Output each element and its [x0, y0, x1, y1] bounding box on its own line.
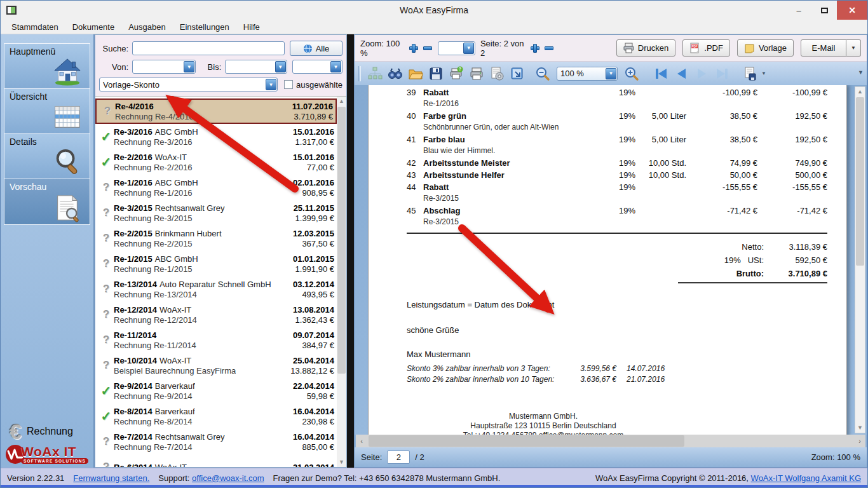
toolbar-grip[interactable]: [358, 66, 361, 81]
invoice-date: 09.07.2014: [293, 330, 334, 340]
line-total: 192,50 €: [757, 111, 827, 133]
application-window: WoAx EasyFirma – ✕ StammdatenDokumenteAu…: [0, 0, 868, 488]
invoice-list-item[interactable]: ✓Re-8/2014BarverkaufRechnung Re-8/201416…: [95, 403, 337, 429]
menu-item-dokumente[interactable]: Dokumente: [65, 21, 121, 33]
pdf-button[interactable]: PDF .PDF: [682, 39, 730, 57]
sidebar-item-hauptmen[interactable]: Hauptmenü: [4, 44, 90, 89]
selected-only-checkbox[interactable]: [284, 80, 293, 89]
scroll-up-icon[interactable]: ▲: [337, 97, 346, 106]
invoice-list-item[interactable]: ?Re-1/2015ABC GmbHRechnung Re-1/201501.0…: [95, 251, 337, 276]
open-icon[interactable]: [406, 65, 425, 83]
invoice-line-item: 44RabattRe-3/201519%-155,55 €-155,55 €: [407, 182, 827, 204]
sidebar-item-details[interactable]: Details: [4, 134, 90, 179]
viewer-zoom-dropdown[interactable]: 100 % ▼: [557, 67, 618, 81]
invoice-list-item[interactable]: ?Re-7/2014Rechtsanwalt GreyRechnung Re-7…: [95, 429, 337, 454]
globe-icon: [303, 44, 313, 53]
email-button[interactable]: E-Mail: [801, 39, 846, 57]
chevron-down-icon[interactable]: ▼: [606, 68, 616, 79]
invoice-date: 22.04.2014: [293, 381, 334, 391]
invoice-list-item[interactable]: ?Re-3/2015Rechtsanwalt GreyRechnung Re-3…: [95, 200, 337, 226]
quick-print-icon[interactable]: [467, 65, 486, 83]
support-email-link[interactable]: office@woax-it.com: [192, 473, 264, 483]
page-next-icon[interactable]: [530, 43, 540, 53]
menu-item-hilfe[interactable]: Hilfe: [236, 21, 267, 33]
invoice-id: Re-2/2016: [114, 152, 153, 162]
invoice-list-item[interactable]: ?Re-12/2014WoAx-ITRechnung Re-12/201413.…: [95, 302, 337, 327]
scroll-left-icon[interactable]: ‹: [356, 437, 367, 445]
bis-date-dropdown[interactable]: ▼: [225, 60, 287, 74]
filter-dropdown[interactable]: ▼: [292, 60, 342, 74]
sidebar-item-bersicht[interactable]: Übersicht: [4, 89, 90, 134]
copyright-link[interactable]: WoAx-IT Wolfgang Axamit KG: [751, 473, 861, 483]
chevron-down-icon[interactable]: ▼: [463, 43, 474, 54]
chevron-down-icon[interactable]: ▼: [330, 61, 341, 72]
open-question-icon: ?: [98, 308, 114, 321]
chevron-down-icon[interactable]: ▼: [275, 61, 286, 72]
print-dialog-icon[interactable]: ?: [447, 65, 466, 83]
invoice-list-item[interactable]: ?Re-6/2014WoAx-IT21.02.2014: [95, 454, 337, 467]
menu-item-einstellungen[interactable]: Einstellungen: [173, 21, 236, 33]
invoice-list-item[interactable]: ✓Re-2/2016WoAx-ITRechnung Re-2/201615.01…: [95, 149, 337, 175]
template-dropdown[interactable]: Vorlage-Skonto ▼: [99, 78, 278, 92]
invoice-list-item[interactable]: ✓Re-3/2016ABC GmbHRechnung Re-3/201615.0…: [95, 124, 337, 149]
von-date-dropdown[interactable]: ▼: [132, 60, 196, 74]
open-question-icon: ?: [98, 283, 114, 295]
find-icon[interactable]: [386, 65, 405, 83]
export-icon[interactable]: [740, 65, 759, 83]
preview-hscrollbar-thumb[interactable]: [369, 435, 684, 447]
chevron-down-icon[interactable]: ▼: [184, 61, 194, 72]
scroll-down-icon[interactable]: ▼: [337, 458, 346, 467]
save-icon[interactable]: [426, 65, 445, 83]
invoice-date: 16.04.2014: [293, 407, 334, 416]
first-page-icon[interactable]: [651, 65, 670, 83]
alle-button[interactable]: Alle: [290, 41, 342, 56]
invoice-list-item[interactable]: ?Re-13/2014Auto Reparatur Schnell GmbHRe…: [95, 276, 337, 302]
preview-scrollbar-thumb[interactable]: [856, 97, 864, 266]
scroll-down-icon[interactable]: ▼: [855, 423, 865, 433]
maximize-button[interactable]: [811, 1, 837, 20]
line-tax: 19%: [600, 170, 635, 180]
chevron-down-icon[interactable]: ▼: [266, 79, 276, 90]
panel-splitter[interactable]: [347, 34, 354, 468]
preview-scrollbar[interactable]: ▲ ▼: [855, 86, 865, 433]
remote-support-link[interactable]: Fernwartung starten.: [73, 473, 149, 483]
sidebar-item-vorschau[interactable]: Vorschau: [4, 179, 90, 224]
drucken-button[interactable]: Drucken: [616, 39, 675, 57]
line-quantity: [635, 205, 686, 227]
preview-hscrollbar[interactable]: ‹ ›: [356, 435, 865, 447]
vorlage-button[interactable]: Vorlage: [737, 39, 794, 57]
menu-item-stammdaten[interactable]: Stammdaten: [4, 21, 65, 33]
zoom-dropdown[interactable]: ▼: [438, 41, 475, 55]
zoom-increase-icon[interactable]: [409, 43, 419, 53]
invoice-list-item[interactable]: ✓Re-9/2014BarverkaufRechnung Re-9/201422…: [95, 378, 337, 403]
page-number-input[interactable]: 2: [387, 451, 410, 464]
scroll-right-icon[interactable]: ›: [854, 437, 865, 445]
scroll-up-icon[interactable]: ▲: [855, 87, 865, 97]
menu-item-ausgaben[interactable]: Ausgaben: [121, 21, 173, 33]
template-icon: [744, 43, 755, 53]
invoice-list-item[interactable]: ?Re-4/2016Rechnung Re-4/201611.07.20163.…: [95, 98, 337, 124]
minimize-button[interactable]: –: [786, 1, 811, 20]
toolbar-overflow-icon[interactable]: ▼: [858, 69, 864, 76]
scale-icon[interactable]: [508, 65, 527, 83]
page-setup-icon[interactable]: [487, 65, 506, 83]
search-input[interactable]: [132, 41, 285, 55]
list-scrollbar[interactable]: ▲ ▼: [337, 97, 346, 467]
invoice-list-item[interactable]: ?Re-10/2014WoAx-ITBeispiel Baurechnung E…: [95, 353, 337, 378]
list-scrollbar-thumb[interactable]: [337, 107, 346, 374]
zoom-decrease-icon[interactable]: [423, 43, 433, 53]
preview-icon: [53, 193, 82, 222]
zoom-out-icon[interactable]: [533, 65, 552, 83]
page-prev-icon[interactable]: [544, 43, 554, 53]
next-page-icon[interactable]: [692, 65, 711, 83]
last-page-icon[interactable]: [712, 65, 731, 83]
vorlage-button-label: Vorlage: [759, 43, 787, 53]
invoice-list-item[interactable]: ?Re-1/2016ABC GmbHRechnung Re-1/201602.0…: [95, 175, 337, 200]
close-button[interactable]: ✕: [837, 1, 867, 20]
email-dropdown-icon[interactable]: ▼: [846, 39, 861, 57]
zoom-in-icon[interactable]: [622, 65, 641, 83]
invoice-list-item[interactable]: ?Re-2/2015Brinkmann HubertRechnung Re-2/…: [95, 226, 337, 251]
previous-page-icon[interactable]: [672, 65, 691, 83]
invoice-list-item[interactable]: ?Re-11/2014Rechnung Re-11/201409.07.2014…: [95, 327, 337, 353]
export-dropdown-icon[interactable]: ▼: [761, 71, 766, 76]
